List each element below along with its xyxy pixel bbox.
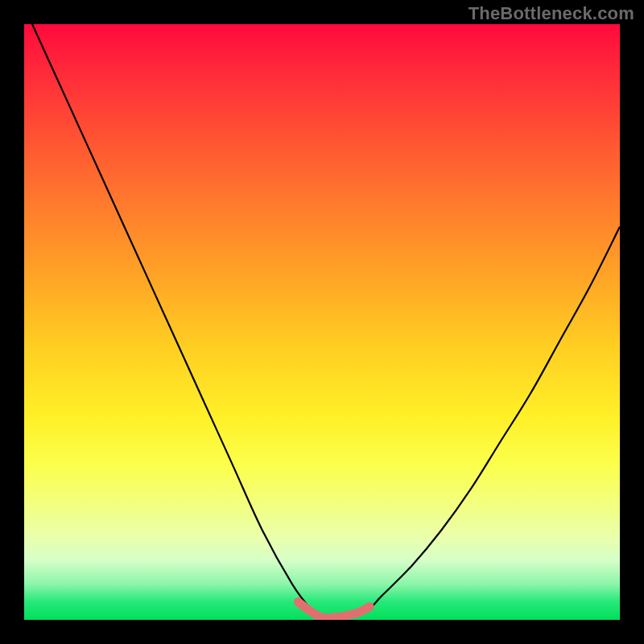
- curve-svg: [24, 24, 620, 620]
- optimal-zone-path: [298, 602, 369, 618]
- bottleneck-curve-path: [24, 24, 620, 617]
- plot-area: [24, 24, 620, 620]
- chart-frame: TheBottleneck.com: [0, 0, 644, 644]
- watermark-label: TheBottleneck.com: [469, 3, 634, 24]
